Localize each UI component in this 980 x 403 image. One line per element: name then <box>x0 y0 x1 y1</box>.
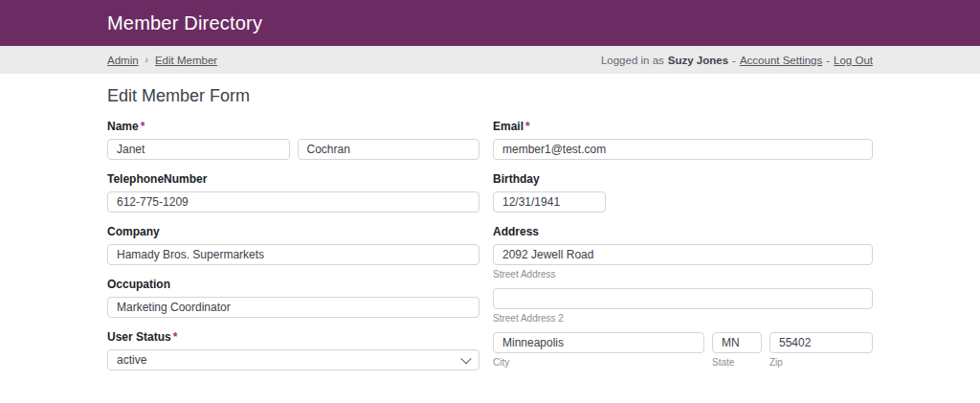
breadcrumb-edit-member-link[interactable]: Edit Member <box>155 55 217 66</box>
birthday-field-group: Birthday <box>493 172 873 213</box>
logged-in-prefix: Logged in as <box>601 55 664 66</box>
address-label: Address <box>493 225 873 238</box>
street-address-part: Street Address <box>493 244 873 280</box>
state-sublabel: State <box>712 357 762 368</box>
user-status-select[interactable]: active <box>107 349 479 370</box>
state-input[interactable] <box>712 332 762 353</box>
page-title: Member Directory <box>107 12 873 34</box>
userbar-dash: - <box>826 55 830 66</box>
name-label: Name* <box>107 120 479 133</box>
email-input[interactable] <box>493 139 873 160</box>
account-settings-link[interactable]: Account Settings <box>740 55 822 66</box>
breadcrumb-admin-link[interactable]: Admin <box>107 55 139 66</box>
first-name-input[interactable] <box>107 139 290 160</box>
required-asterisk: * <box>141 120 145 133</box>
company-field-group: Company <box>107 225 479 265</box>
city-input[interactable] <box>493 332 704 353</box>
userbar-dash: - <box>732 55 736 66</box>
telephone-field-group: TelephoneNumber <box>107 172 479 213</box>
zip-input[interactable] <box>769 332 873 353</box>
logged-in-username: Suzy Jones <box>668 55 728 66</box>
zip-part: Zip <box>769 332 873 368</box>
street-address-sublabel: Street Address <box>493 269 873 280</box>
telephone-input[interactable] <box>107 191 479 213</box>
city-state-zip-row: City State Zip <box>493 332 873 368</box>
city-part: City <box>493 332 704 368</box>
last-name-input[interactable] <box>298 139 480 160</box>
occupation-label: Occupation <box>107 278 479 291</box>
required-asterisk: * <box>173 330 178 344</box>
company-label: Company <box>107 225 479 238</box>
user-status-label: User Status* <box>107 330 479 344</box>
birthday-input[interactable] <box>493 191 606 213</box>
occupation-field-group: Occupation <box>107 278 479 318</box>
street-address2-input[interactable] <box>493 288 873 309</box>
breadcrumb-separator: › <box>145 55 148 65</box>
telephone-label: TelephoneNumber <box>107 172 479 186</box>
form-right-column: Email* Birthday Address Street Address S… <box>493 120 873 403</box>
user-status-label-text: User Status <box>107 330 171 344</box>
company-input[interactable] <box>107 244 479 265</box>
email-label: Email* <box>493 120 873 133</box>
email-label-text: Email <box>493 120 523 133</box>
required-asterisk: * <box>525 120 530 133</box>
name-label-text: Name <box>107 120 139 133</box>
user-session-bar: Logged in as Suzy Jones - Account Settin… <box>601 55 873 66</box>
birthday-label: Birthday <box>493 172 873 186</box>
zip-sublabel: Zip <box>769 357 873 368</box>
email-field-group: Email* <box>493 120 873 160</box>
logout-link[interactable]: Log Out <box>834 55 873 66</box>
user-status-field-group: User Status* active <box>107 330 479 370</box>
form-left-column: Name* TelephoneNumber Company Occupation <box>107 120 479 403</box>
breadcrumb-bar: Admin › Edit Member Logged in as Suzy Jo… <box>0 46 980 74</box>
state-part: State <box>712 332 762 368</box>
edit-member-form: Edit Member Form Name* TelephoneNumber C… <box>107 74 873 403</box>
city-sublabel: City <box>493 357 704 368</box>
street-address2-part: Street Address 2 <box>493 288 873 324</box>
chevron-down-icon <box>460 353 471 364</box>
form-title: Edit Member Form <box>107 86 873 106</box>
app-header: Member Directory <box>0 0 980 46</box>
address-field-group: Address Street Address Street Address 2 … <box>493 225 873 368</box>
occupation-input[interactable] <box>107 297 479 318</box>
street-address-input[interactable] <box>493 244 873 265</box>
name-field-group: Name* <box>107 120 479 160</box>
breadcrumb: Admin › Edit Member <box>107 55 217 66</box>
street-address2-sublabel: Street Address 2 <box>493 313 873 324</box>
user-status-selected-value: active <box>117 353 146 367</box>
